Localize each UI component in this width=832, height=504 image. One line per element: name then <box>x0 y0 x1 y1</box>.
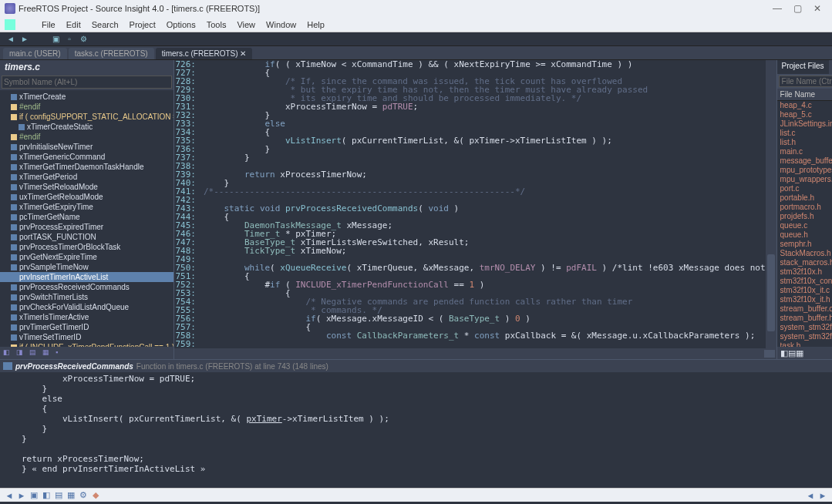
symbol-item[interactable]: if ( configSUPPORT_STATIC_ALLOCATION == … <box>0 112 173 122</box>
file-row[interactable]: mpu_prototypes.hFREEROTS\inclu <box>777 166 832 175</box>
file-row[interactable]: list.hFREEROTS\inclu <box>777 138 832 147</box>
sym-tool-2[interactable]: ◨ <box>16 348 27 358</box>
status-tool-3[interactable]: ▤ <box>52 490 65 501</box>
file-search-input[interactable] <box>779 76 832 87</box>
editor-hscrollbar[interactable] <box>174 348 776 359</box>
file-row[interactable]: stm32f10x_conf.hUSER <box>777 277 832 286</box>
menu-edit[interactable]: Edit <box>66 20 81 29</box>
file-row[interactable]: heap_4.cFREEROTS\porta <box>777 101 832 110</box>
symbol-item[interactable]: prvProcessReceivedCommands <box>0 282 173 292</box>
tool-open-button[interactable]: ▣ <box>49 34 62 45</box>
file-row[interactable]: stack_macros.hFREEROTS\inclu <box>777 258 832 267</box>
document-tab[interactable]: timers.c (FREEROTS) ✕ <box>156 48 253 59</box>
file-row[interactable]: system_stm32f10x.cUSER <box>777 323 832 332</box>
status-tool-5[interactable]: ⚙ <box>77 490 89 501</box>
symbol-item[interactable]: xTimerCreateStatic <box>0 122 173 132</box>
code-content[interactable]: if( ( xTimeNow < xCommandTime ) && ( xNe… <box>200 60 766 348</box>
symbol-item[interactable]: prvCheckForValidListAndQueue <box>0 302 173 312</box>
symbol-item[interactable]: prvProcessTimerOrBlockTask <box>0 242 173 252</box>
symbol-item[interactable]: prvInsertTimerInActiveList <box>0 272 173 282</box>
file-row[interactable]: mpu_wrappers.hFREEROTS\inclu <box>777 175 832 184</box>
file-row[interactable]: StackMacros.hFREEROTS\inclu <box>777 249 832 258</box>
maximize-button[interactable]: ▢ <box>787 3 807 14</box>
menu-file[interactable]: File <box>42 20 56 29</box>
symbol-item[interactable]: xTimerGenericCommand <box>0 152 173 162</box>
nav-forward-button[interactable]: ► <box>19 34 31 45</box>
symbol-item[interactable]: #endif <box>0 102 173 112</box>
sym-tool-1[interactable]: ◧ <box>3 348 14 358</box>
proj-tool-1[interactable]: ◧ <box>780 348 788 358</box>
sym-tool-4[interactable]: ▦ <box>42 348 53 358</box>
symbol-item[interactable]: prvSwitchTimerLists <box>0 292 173 302</box>
symbol-item[interactable]: xTimerGetPeriod <box>0 172 173 182</box>
menu-tools[interactable]: Tools <box>207 20 227 29</box>
symbol-item[interactable]: prvInitialiseNewTimer <box>0 142 173 152</box>
symbol-item[interactable]: #endif <box>0 132 173 142</box>
status-next-button[interactable]: ► <box>817 490 829 501</box>
symbol-item[interactable]: vTimerSetTimerID <box>0 332 173 342</box>
menu-options[interactable]: Options <box>167 20 196 29</box>
minimize-button[interactable]: — <box>767 3 787 14</box>
menu-search[interactable]: Search <box>92 20 119 29</box>
file-row[interactable]: stream_buffer.cFREEROTS <box>777 304 832 314</box>
tool-save-button[interactable]: ▫ <box>63 34 76 45</box>
menu-window[interactable]: Window <box>266 20 296 29</box>
symbol-search-input[interactable] <box>2 76 172 89</box>
menu-view[interactable]: View <box>237 20 255 29</box>
status-tool-4[interactable]: ▦ <box>65 490 77 501</box>
editor-vscrollbar[interactable] <box>766 60 776 348</box>
file-row[interactable]: portmacro.hFREEROTS\porta <box>777 203 832 212</box>
symbol-item[interactable]: xTimerCreate <box>0 92 173 102</box>
symbol-tree[interactable]: xTimerCreate#endifif ( configSUPPORT_STA… <box>0 90 173 347</box>
file-row[interactable]: queue.cFREEROTS <box>777 221 832 230</box>
status-tool-6[interactable]: ◆ <box>89 490 102 501</box>
proj-tool-2[interactable]: ▤ <box>788 348 796 358</box>
symbol-item[interactable]: prvTimerGetTimerID <box>0 322 173 332</box>
file-row[interactable]: task.hFREEROTS\inclu <box>777 341 832 347</box>
close-button[interactable]: ✕ <box>807 3 827 14</box>
project-tab[interactable]: Project Symbols <box>829 60 832 74</box>
file-row[interactable]: message_buffer.hFREEROTS\inclu <box>777 156 832 166</box>
document-tab[interactable]: main.c (USER) <box>3 48 67 59</box>
file-row[interactable]: heap_5.cFREEROTS\porta <box>777 110 832 119</box>
file-row[interactable]: main.cUSER <box>777 147 832 156</box>
menu-help[interactable]: Help <box>307 20 325 29</box>
context-code[interactable]: xProcessTimerNow = pdTRUE; } else { vLis… <box>0 372 832 488</box>
file-row[interactable]: semphr.hFREEROTS\inclu <box>777 240 832 249</box>
file-row[interactable]: stm32f10x.hUSER <box>777 267 832 277</box>
tool-settings-button[interactable]: ⚙ <box>77 34 89 45</box>
symbol-item[interactable]: vTimerSetReloadMode <box>0 182 173 192</box>
symbol-item[interactable]: xTimerGetTimerDaemonTaskHandle <box>0 162 173 172</box>
file-row[interactable]: list.cFREEROTS <box>777 129 832 138</box>
file-row[interactable]: portable.hFREEROTS\inclu <box>777 193 832 203</box>
file-row[interactable]: stream_buffer.hFREEROTS\inclu <box>777 314 832 323</box>
file-row[interactable]: projdefs.hFREEROTS\inclu <box>777 212 832 221</box>
proj-tool-3[interactable]: ▦ <box>796 348 803 358</box>
file-row[interactable]: stm32f10x_it.hUSER <box>777 295 832 304</box>
symbol-item[interactable]: uxTimerGetReloadMode <box>0 192 173 202</box>
file-row[interactable]: JLinkSettings.iniUSER <box>777 119 832 129</box>
document-tab[interactable]: tasks.c (FREEROTS) <box>69 48 154 59</box>
file-row[interactable]: system_stm32f10x.hUSER <box>777 332 832 341</box>
nav-back-button[interactable]: ◄ <box>5 34 17 45</box>
status-tool-2[interactable]: ◧ <box>40 490 52 501</box>
status-forward-button[interactable]: ► <box>15 490 28 501</box>
menu-project[interactable]: Project <box>130 20 156 29</box>
sym-tool-3[interactable]: ▤ <box>29 348 40 358</box>
status-back-button[interactable]: ◄ <box>3 490 15 501</box>
symbol-item[interactable]: portTASK_FUNCTION <box>0 232 173 242</box>
status-tool-1[interactable]: ▣ <box>28 490 40 501</box>
project-tab[interactable]: Project Files <box>777 60 829 74</box>
status-prev-button[interactable]: ◄ <box>804 490 817 501</box>
file-row[interactable]: port.cFREEROTS\porta <box>777 184 832 193</box>
symbol-item[interactable]: prvProcessExpiredTimer <box>0 222 173 232</box>
symbol-item[interactable]: xTimerGetExpiryTime <box>0 202 173 212</box>
file-row[interactable]: stm32f10x_it.cUSER <box>777 286 832 295</box>
sym-tool-5[interactable]: ▪ <box>56 348 66 358</box>
file-row[interactable]: queue.hFREEROTS\inclu <box>777 230 832 240</box>
symbol-item[interactable]: pcTimerGetName <box>0 212 173 222</box>
symbol-item[interactable]: prvSampleTimeNow <box>0 262 173 272</box>
symbol-item[interactable]: xTimerIsTimerActive <box>0 312 173 322</box>
code-editor[interactable]: 726:727:728:729:730:731:732:733:734:735:… <box>174 60 776 359</box>
symbol-item[interactable]: prvGetNextExpireTime <box>0 252 173 262</box>
